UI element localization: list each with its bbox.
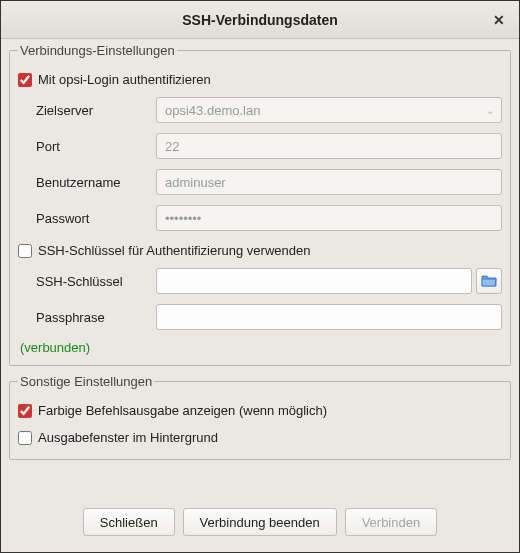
dialog-window: SSH-Verbindungsdaten ✕ Verbindungs-Einst… [0,0,520,553]
password-input[interactable] [156,205,502,231]
connection-settings-group: Verbindungs-Einstellungen Mit opsi-Login… [9,43,511,366]
folder-icon [481,274,497,288]
colored-output-row: Farbige Befehlsausgabe anzeigen (wenn mö… [18,403,502,418]
connection-settings-legend: Verbindungs-Einstellungen [18,43,177,58]
passphrase-input[interactable] [156,304,502,330]
passphrase-label: Passphrase [36,310,156,325]
use-sshkey-label[interactable]: SSH-Schlüssel für Authentifizierung verw… [38,243,310,258]
window-title: SSH-Verbindungsdaten [182,12,338,28]
close-button[interactable]: Schließen [83,508,175,536]
background-output-row: Ausgabefenster im Hintergrund [18,430,502,445]
disconnect-button[interactable]: Verbindung beenden [183,508,337,536]
target-server-select[interactable]: ⌄ [156,97,502,123]
passphrase-row: Passphrase [18,304,502,330]
colored-output-label[interactable]: Farbige Befehlsausgabe anzeigen (wenn mö… [38,403,327,418]
spacer [9,468,511,502]
target-server-input[interactable] [156,97,502,123]
other-settings-legend: Sonstige Einstellungen [18,374,154,389]
username-input[interactable] [156,169,502,195]
dialog-content: Verbindungs-Einstellungen Mit opsi-Login… [1,39,519,552]
password-label: Passwort [36,211,156,226]
other-settings-group: Sonstige Einstellungen Farbige Befehlsau… [9,374,511,460]
password-row: Passwort [18,205,502,231]
button-bar: Schließen Verbindung beenden Verbinden [9,502,511,544]
close-icon[interactable]: ✕ [489,10,509,30]
titlebar: SSH-Verbindungsdaten ✕ [1,1,519,39]
sshkey-row: SSH-Schlüssel [18,268,502,294]
use-sshkey-row: SSH-Schlüssel für Authentifizierung verw… [18,243,502,258]
username-label: Benutzername [36,175,156,190]
port-label: Port [36,139,156,154]
connection-status: (verbunden) [20,340,502,355]
sshkey-input[interactable] [156,268,472,294]
username-row: Benutzername [18,169,502,195]
target-server-row: Zielserver ⌄ [18,97,502,123]
background-output-label[interactable]: Ausgabefenster im Hintergrund [38,430,218,445]
port-input[interactable] [156,133,502,159]
sshkey-label: SSH-Schlüssel [36,274,156,289]
port-row: Port [18,133,502,159]
background-output-checkbox[interactable] [18,431,32,445]
use-sshkey-checkbox[interactable] [18,244,32,258]
colored-output-checkbox[interactable] [18,404,32,418]
target-server-label: Zielserver [36,103,156,118]
opsi-login-row: Mit opsi-Login authentifizieren [18,72,502,87]
connect-button[interactable]: Verbinden [345,508,438,536]
opsi-login-label[interactable]: Mit opsi-Login authentifizieren [38,72,211,87]
browse-sshkey-button[interactable] [476,268,502,294]
opsi-login-checkbox[interactable] [18,73,32,87]
